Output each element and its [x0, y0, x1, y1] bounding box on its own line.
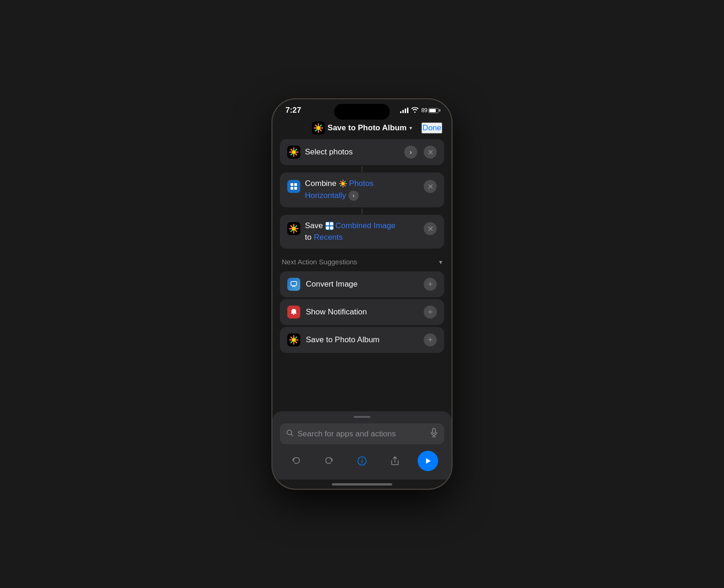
save-combined-close-button[interactable]: ✕ [424, 222, 437, 235]
svg-rect-2 [291, 183, 293, 186]
select-photos-card: Select photos › ✕ [280, 139, 444, 165]
run-button[interactable] [418, 451, 438, 471]
suggestions-title: Next Action Suggestions [282, 258, 357, 266]
undo-button[interactable] [286, 451, 306, 471]
save-to-album-icon [287, 333, 300, 346]
combine-text: Combine [305, 179, 336, 188]
svg-rect-13 [293, 314, 295, 315]
svg-rect-11 [330, 226, 333, 230]
svg-rect-3 [294, 183, 297, 186]
combine-card: Combine [280, 173, 444, 207]
nav-chevron-icon: ▾ [409, 125, 412, 131]
info-button[interactable] [352, 451, 372, 471]
save-combined-card: Save Combined Image [280, 215, 444, 249]
combine-icon [287, 180, 300, 193]
phone-screen: 7:27 89 [272, 99, 452, 489]
select-photos-arrow-button[interactable]: › [404, 146, 417, 159]
combine-close-button[interactable]: ✕ [424, 180, 437, 193]
signal-bars-icon [400, 108, 408, 113]
battery-icon: 89 [421, 107, 439, 114]
show-notification-icon [287, 306, 300, 319]
svg-rect-10 [326, 226, 329, 230]
nav-bar: Save to Photo Album ▾ Done [272, 119, 452, 139]
svg-rect-9 [330, 222, 333, 225]
svg-line-16 [291, 435, 293, 436]
save-icon [287, 222, 300, 235]
share-button[interactable] [385, 451, 405, 471]
save-combined-content: Save Combined Image [305, 221, 419, 242]
save-to-text: to [305, 233, 311, 242]
actions-scroll-area[interactable]: Select photos › ✕ [272, 139, 452, 411]
select-photos-close-button[interactable]: ✕ [424, 146, 437, 159]
suggestion-convert-image[interactable]: Convert Image + [280, 271, 444, 297]
nav-title-text: Save to Photo Album [328, 123, 407, 133]
connector-1 [280, 166, 444, 173]
toolbar [280, 449, 444, 475]
svg-rect-12 [291, 281, 297, 286]
combine-content: Combine [305, 179, 419, 201]
svg-point-21 [362, 459, 362, 460]
save-text: Save [305, 221, 323, 230]
save-to-album-label: Save to Photo Album [306, 335, 418, 345]
suggestions-header: Next Action Suggestions ▾ [280, 258, 444, 271]
phone-device: 7:27 89 [272, 98, 452, 490]
status-time: 7:27 [285, 106, 301, 115]
wifi-icon [411, 107, 419, 114]
search-bar[interactable]: Search for apps and actions [280, 423, 444, 444]
nav-title: Save to Photo Album ▾ [312, 121, 412, 134]
search-placeholder: Search for apps and actions [297, 429, 427, 439]
svg-rect-17 [433, 428, 435, 434]
home-indicator [272, 479, 452, 489]
svg-rect-5 [294, 187, 297, 190]
drawer-handle[interactable] [354, 416, 370, 418]
status-bar: 7:27 89 [272, 99, 452, 119]
select-photos-icon [287, 146, 300, 159]
convert-image-add-button[interactable]: + [424, 278, 437, 291]
mic-button[interactable] [430, 428, 438, 440]
svg-rect-8 [326, 222, 329, 225]
bottom-drawer: Search for apps and actions [272, 411, 452, 479]
combined-image-label: Combined Image [336, 221, 395, 230]
suggestions-section: Next Action Suggestions ▾ Convert Image … [280, 258, 444, 353]
connector-2 [280, 208, 444, 215]
suggestions-chevron-icon[interactable]: ▾ [439, 258, 442, 266]
convert-image-icon [287, 278, 300, 291]
show-notification-label: Show Notification [306, 307, 418, 317]
svg-rect-4 [291, 187, 293, 190]
dynamic-island [334, 104, 390, 120]
convert-image-label: Convert Image [306, 280, 418, 289]
save-combine-inline-icon [325, 222, 334, 230]
show-notification-add-button[interactable]: + [424, 306, 437, 319]
select-photos-label: Select photos [305, 147, 400, 157]
combine-arrow-button[interactable]: › [349, 191, 359, 201]
status-icons: 89 [400, 107, 439, 114]
redo-button[interactable] [319, 451, 339, 471]
nav-done-button[interactable]: Done [421, 122, 442, 134]
search-icon [286, 429, 294, 438]
combine-photos-inline-icon [339, 179, 347, 188]
recents-label: Recents [314, 233, 343, 242]
suggestion-show-notification[interactable]: Show Notification + [280, 299, 444, 325]
save-to-album-add-button[interactable]: + [424, 333, 437, 346]
select-photos-text: Select photos [305, 147, 353, 157]
combine-horizontally-label: Horizontally [305, 191, 346, 200]
suggestion-save-to-album[interactable]: Save to Photo Album + [280, 327, 444, 353]
nav-app-icon [312, 121, 325, 134]
combine-photos-label: Photos [349, 179, 374, 188]
